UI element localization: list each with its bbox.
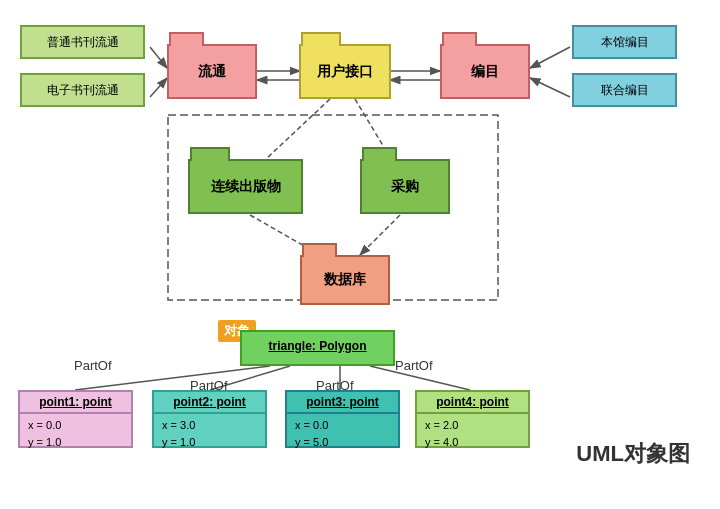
svg-line-3 [530, 78, 570, 97]
point4-object: point4: point x = 2.0 y = 4.0 [415, 390, 530, 448]
dianzi-box: 电子书刊流通 [20, 73, 145, 107]
uml-title: UML对象图 [576, 439, 690, 469]
lianhe-box: 联合编目 [572, 73, 677, 107]
liutong-package: 流通 [167, 44, 257, 99]
svg-line-12 [360, 215, 400, 255]
shujuku-package: 数据库 [300, 255, 390, 305]
triangle-object: triangle: Polygon [240, 330, 395, 366]
lianzhu-package: 连续出版物 [188, 159, 303, 214]
svg-line-2 [530, 47, 570, 68]
caigou-package: 采购 [360, 159, 450, 214]
point2-object: point2: point x = 3.0 y = 1.0 [152, 390, 267, 448]
point3-object: point3: point x = 0.0 y = 5.0 [285, 390, 400, 448]
putong-box: 普通书刊流通 [20, 25, 145, 59]
benguan-box: 本馆编目 [572, 25, 677, 59]
partof-label-4: PartOf [395, 358, 433, 373]
point1-object: point1: point x = 0.0 y = 1.0 [18, 390, 133, 448]
bianzhu-package: 编目 [440, 44, 530, 99]
diagram-container: 普通书刊流通 电子书刊流通 本馆编目 联合编目 流通 用户接口 编目 连续出版物… [0, 0, 720, 509]
svg-line-1 [150, 78, 167, 97]
partof-label-1: PartOf [74, 358, 112, 373]
yonghujiekou-package: 用户接口 [299, 44, 391, 99]
svg-line-0 [150, 47, 167, 68]
